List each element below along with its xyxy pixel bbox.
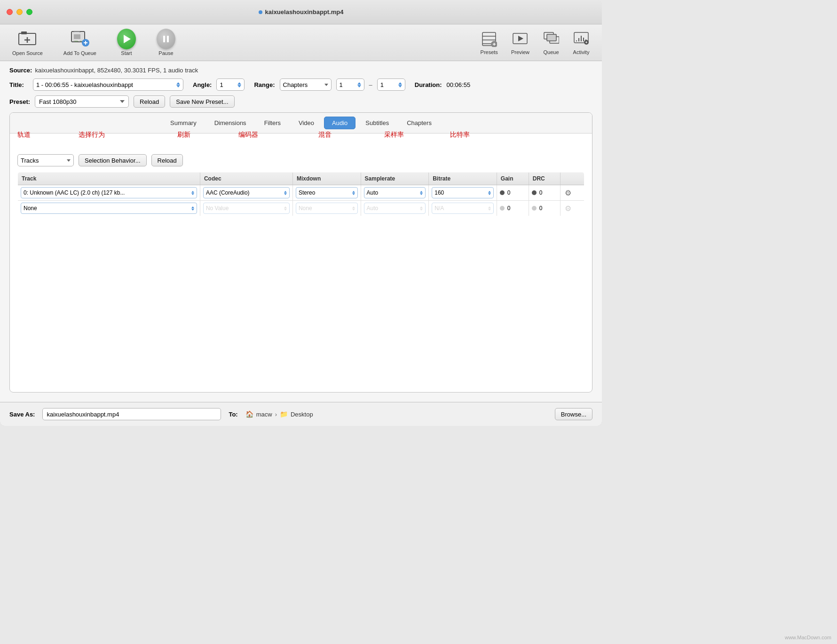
actions-cell-1: ⚙ [560, 185, 584, 201]
tracks-select-value: Tracks [21, 157, 64, 164]
samplerate-select-2: Auto [364, 203, 426, 214]
right-toolbar: Presets Preview [476, 28, 594, 58]
title-arrow-up[interactable] [176, 82, 180, 85]
track-1-arrow-up[interactable] [191, 191, 194, 193]
col-codec: Codec [200, 173, 292, 185]
title-arrows[interactable] [176, 82, 180, 87]
mixdown-select-1[interactable]: Stereo [296, 187, 358, 198]
minimize-button[interactable] [16, 9, 23, 15]
mixdown-1-arrows[interactable] [352, 191, 355, 195]
codec-1-arrow-up[interactable] [284, 191, 287, 193]
samplerate-1-arrows[interactable] [420, 191, 423, 195]
gear-button-2: ⚙ [563, 204, 573, 213]
title-row: Title: 1 - 00:06:55 - kaixuelashouxinbap… [9, 79, 592, 91]
codec-1-arrow-down[interactable] [284, 193, 287, 195]
table-row: None No Value [18, 201, 584, 216]
track-1-arrow-down[interactable] [191, 193, 194, 195]
source-label: Source: [9, 67, 32, 74]
annotation-codec: 编码器 [238, 131, 258, 139]
bitrate-select-1[interactable]: 160 [432, 187, 494, 198]
add-to-queue-button[interactable]: Add To Queue [59, 27, 101, 59]
main-panel: Summary Dimensions Filters Video Audio S… [9, 112, 592, 393]
angle-combo[interactable]: 1 [216, 79, 245, 91]
close-button[interactable] [7, 9, 13, 15]
open-source-label: Open Source [12, 50, 43, 56]
codec-cell-1: AAC (CoreAudio) [200, 185, 292, 201]
gain-dot-1[interactable] [500, 190, 505, 195]
range-caret-icon[interactable] [324, 84, 328, 86]
pause-button[interactable]: Pause [152, 27, 180, 59]
range-from-arrow-down[interactable] [357, 85, 361, 87]
drc-control-1: 0 [532, 189, 557, 196]
col-track: Track [18, 173, 200, 185]
tab-filters[interactable]: Filters [256, 117, 289, 129]
codec-1-arrows[interactable] [284, 191, 287, 195]
gain-dot-2[interactable] [500, 206, 505, 211]
angle-arrow-up[interactable] [237, 82, 241, 85]
gear-button-1[interactable]: ⚙ [563, 188, 573, 197]
tab-video[interactable]: Video [291, 117, 322, 129]
save-as-input[interactable] [42, 408, 221, 420]
titlebar: kaixuelashouxinbappt.mp4 [0, 0, 602, 24]
tracks-select-caret-icon[interactable] [67, 159, 71, 162]
add-to-queue-icon [71, 30, 89, 48]
mixdown-cell-1: Stereo [292, 185, 361, 201]
preset-select[interactable]: Fast 1080p30 [35, 95, 129, 108]
mixdown-1-arrow-up[interactable] [352, 191, 355, 193]
tab-dimensions[interactable]: Dimensions [206, 117, 254, 129]
title-arrow-down[interactable] [176, 85, 180, 87]
preview-button[interactable]: Preview [506, 28, 534, 58]
samplerate-select-1[interactable]: Auto [364, 187, 426, 198]
track-select-1[interactable]: 0: Unknown (AAC LC) (2.0 ch) (127 kb... [21, 187, 197, 198]
track-select-2[interactable]: None [21, 203, 197, 214]
selection-behavior-button[interactable]: Selection Behavior... [79, 154, 147, 166]
maximize-button[interactable] [26, 9, 32, 15]
start-button[interactable]: Start [112, 27, 141, 59]
reload-button[interactable]: Reload [134, 95, 165, 108]
drc-dot-1[interactable] [532, 190, 537, 195]
range-select[interactable]: Chapters [280, 79, 332, 91]
track-2-arrow-up[interactable] [191, 206, 194, 208]
title-value: 1 - 00:06:55 - kaixuelashouxinbappt [36, 81, 174, 88]
angle-arrow-down[interactable] [237, 85, 241, 87]
preset-caret-icon[interactable] [120, 100, 125, 103]
activity-button[interactable]: Activity [568, 28, 594, 58]
queue-button[interactable]: Queue [538, 28, 564, 58]
bitrate-1-arrows[interactable] [488, 191, 491, 195]
range-to-arrow-down[interactable] [398, 85, 402, 87]
range-from-combo[interactable]: 1 [336, 79, 364, 91]
track-2-arrows[interactable] [191, 206, 194, 211]
bitrate-1-arrow-down[interactable] [488, 193, 491, 195]
tab-summary[interactable]: Summary [162, 117, 205, 129]
open-source-icon [18, 30, 37, 48]
preset-label: Preset: [9, 98, 30, 105]
presets-button[interactable]: Presets [476, 28, 503, 58]
tab-chapters[interactable]: Chapters [399, 117, 440, 129]
drc-dot-2[interactable] [532, 206, 537, 211]
mixdown-1-arrow-down[interactable] [352, 193, 355, 195]
col-gain: Gain [497, 173, 529, 185]
title-combo[interactable]: 1 - 00:06:55 - kaixuelashouxinbappt [33, 79, 183, 91]
angle-arrows[interactable] [237, 82, 241, 87]
tab-subtitles[interactable]: Subtitles [357, 117, 397, 129]
browse-button[interactable]: Browse... [555, 408, 592, 420]
range-from-arrows[interactable] [357, 82, 361, 87]
samplerate-1-arrow-up[interactable] [420, 191, 423, 193]
tracks-select[interactable]: Tracks [17, 154, 74, 166]
bottom-bar: Save As: To: 🏠 macw › 📁 Desktop Browse..… [0, 402, 602, 426]
save-new-preset-button[interactable]: Save New Preset... [170, 95, 234, 108]
range-to-combo[interactable]: 1 [377, 79, 405, 91]
audio-tab-content: 轨道 选择行为 刷新 编码器 混音 采样率 比特率 Tracks Selecti… [10, 134, 592, 392]
range-to-arrows[interactable] [398, 82, 402, 87]
track-cell-1: 0: Unknown (AAC LC) (2.0 ch) (127 kb... [18, 185, 200, 201]
samplerate-1-arrow-down[interactable] [420, 193, 423, 195]
track-2-arrow-down[interactable] [191, 209, 194, 211]
track-1-arrows[interactable] [191, 191, 194, 195]
audio-reload-button[interactable]: Reload [151, 154, 183, 166]
open-source-button[interactable]: Open Source [8, 27, 47, 59]
range-from-arrow-up[interactable] [357, 82, 361, 85]
tab-audio[interactable]: Audio [324, 117, 355, 129]
range-to-arrow-up[interactable] [398, 82, 402, 85]
bitrate-1-arrow-up[interactable] [488, 191, 491, 193]
codec-select-1[interactable]: AAC (CoreAudio) [203, 187, 290, 198]
